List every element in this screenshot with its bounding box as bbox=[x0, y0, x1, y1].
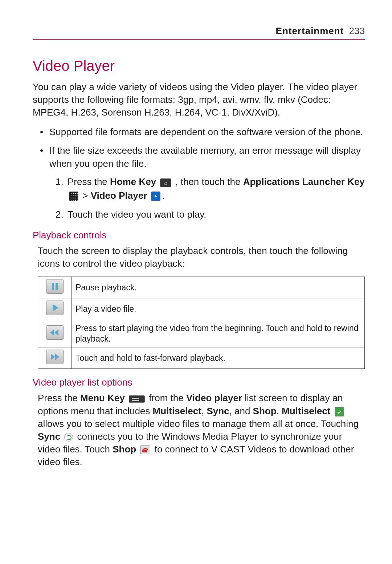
step-item: Press the Home Key ⌂ , then touch the Ap… bbox=[66, 175, 365, 202]
notes-list: Supported file formats are dependent on … bbox=[33, 125, 365, 170]
rewind-icon bbox=[46, 325, 64, 340]
opts-text: allows you to select multiple video file… bbox=[38, 418, 359, 429]
play-icon bbox=[46, 301, 64, 315]
shop-label: Shop bbox=[113, 444, 136, 455]
icon-cell bbox=[38, 277, 72, 298]
multiselect-icon bbox=[335, 407, 344, 416]
page-title: Video Player bbox=[33, 58, 365, 74]
step-text: > bbox=[80, 190, 91, 201]
shop-label: Shop bbox=[253, 406, 277, 416]
step-text: , then touch the bbox=[173, 176, 243, 187]
sync-label: Sync bbox=[38, 431, 60, 442]
opts-text: from the bbox=[146, 392, 186, 403]
control-description: Press to start playing the video from th… bbox=[72, 320, 365, 347]
playback-controls-section: Touch the screen to display the playback… bbox=[33, 245, 365, 369]
control-description: Play a video file. bbox=[72, 298, 365, 320]
apps-grid-icon bbox=[69, 192, 78, 201]
home-key-label: Home Key bbox=[110, 176, 156, 187]
table-row: Pause playback. bbox=[38, 277, 365, 298]
menu-key-label: Menu Key bbox=[80, 392, 125, 403]
table-row: Play a video file. bbox=[38, 298, 365, 320]
video-player-label: Video player bbox=[186, 392, 242, 403]
menu-key-icon bbox=[129, 395, 145, 403]
fast-forward-icon bbox=[46, 350, 64, 364]
video-player-label: Video Player bbox=[91, 190, 147, 201]
intro-paragraph: You can play a wide variety of videos us… bbox=[33, 81, 365, 119]
section-title: Entertainment bbox=[276, 25, 344, 36]
step-item: Touch the video you want to play. bbox=[66, 208, 365, 222]
page-header: Entertainment 233 bbox=[33, 25, 365, 40]
icon-cell bbox=[38, 320, 72, 347]
sync-icon bbox=[64, 433, 73, 442]
list-options-heading: Video player list options bbox=[33, 377, 365, 388]
shop-icon bbox=[140, 446, 150, 454]
note-item: Supported file formats are dependent on … bbox=[43, 125, 365, 138]
step-text: . bbox=[162, 190, 164, 201]
control-description: Touch and hold to fast-forward playback. bbox=[72, 347, 365, 369]
opts-text: , and bbox=[229, 406, 253, 416]
apps-launcher-label: Applications Launcher Key bbox=[243, 176, 365, 187]
opts-text: . bbox=[277, 406, 282, 416]
table-row: Touch and hold to fast-forward playback. bbox=[38, 347, 365, 369]
manual-page: Entertainment 233 Video Player You can p… bbox=[0, 0, 392, 564]
pause-icon bbox=[46, 279, 64, 294]
sync-label: Sync bbox=[207, 406, 229, 416]
opts-text: , bbox=[201, 406, 207, 416]
home-key-icon: ⌂ bbox=[160, 178, 171, 187]
note-item: If the file size exceeds the available m… bbox=[43, 144, 365, 170]
list-options-para: Press the Menu Key from the Video player… bbox=[38, 392, 365, 468]
video-player-icon bbox=[151, 192, 160, 201]
page-number: 233 bbox=[349, 25, 365, 36]
multiselect-label: Multiselect bbox=[282, 406, 330, 416]
table-row: Press to start playing the video from th… bbox=[38, 320, 365, 347]
playback-controls-table: Pause playback. Play a video file. Press… bbox=[38, 277, 365, 369]
multiselect-label: Multiselect bbox=[153, 406, 201, 416]
playback-controls-heading: Playback controls bbox=[33, 230, 365, 241]
icon-cell bbox=[38, 298, 72, 320]
control-description: Pause playback. bbox=[72, 277, 365, 298]
step-text: Press the bbox=[68, 176, 110, 187]
playback-controls-para: Touch the screen to display the playback… bbox=[38, 245, 365, 270]
steps-list: Press the Home Key ⌂ , then touch the Ap… bbox=[33, 175, 365, 221]
opts-text: Press the bbox=[38, 392, 80, 403]
icon-cell bbox=[38, 347, 72, 369]
list-options-section: Press the Menu Key from the Video player… bbox=[33, 392, 365, 468]
